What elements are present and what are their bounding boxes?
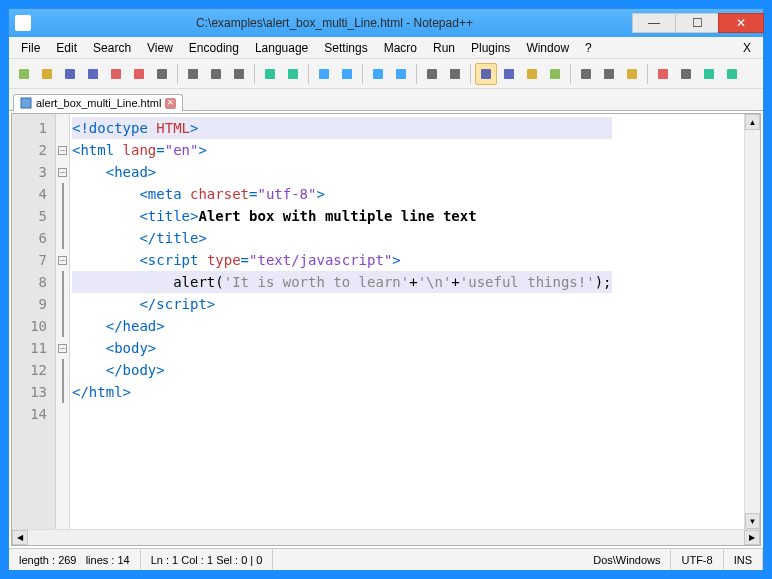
scroll-track-h[interactable] bbox=[28, 530, 744, 545]
code-line[interactable]: <html lang="en"> bbox=[72, 139, 612, 161]
code-line[interactable]: <script type="text/javascript"> bbox=[72, 249, 612, 271]
code-line[interactable]: <title>Alert box with multiple line text bbox=[72, 205, 612, 227]
svg-rect-26 bbox=[681, 69, 691, 79]
menu-window[interactable]: Window bbox=[518, 39, 577, 57]
svg-rect-16 bbox=[427, 69, 437, 79]
menu-bar: FileEditSearchViewEncodingLanguageSettin… bbox=[9, 37, 763, 59]
maximize-button[interactable]: ☐ bbox=[675, 13, 719, 33]
code-line[interactable]: alert('It is worth to learn'+'\n'+'usefu… bbox=[72, 271, 612, 293]
fold-toggle[interactable]: − bbox=[58, 146, 67, 155]
scroll-left-icon[interactable]: ◀ bbox=[12, 530, 28, 545]
app-window: C:\examples\alert_box_multi_Line.html - … bbox=[8, 8, 764, 571]
file-tab[interactable]: alert_box_multi_Line.html ✕ bbox=[13, 94, 183, 111]
status-bar: length : 269 lines : 14 Ln : 1 Col : 1 S… bbox=[9, 548, 763, 570]
wrap-icon[interactable] bbox=[475, 63, 497, 85]
tab-close-icon[interactable]: ✕ bbox=[165, 98, 176, 109]
func-list-icon[interactable] bbox=[598, 63, 620, 85]
find-icon[interactable] bbox=[313, 63, 335, 85]
sync-v-icon[interactable] bbox=[421, 63, 443, 85]
zoom-out-icon[interactable] bbox=[390, 63, 412, 85]
folder-icon[interactable] bbox=[621, 63, 643, 85]
menu-macro[interactable]: Macro bbox=[376, 39, 425, 57]
open-icon[interactable] bbox=[36, 63, 58, 85]
menu-plugins[interactable]: Plugins bbox=[463, 39, 518, 57]
new-file-icon[interactable] bbox=[13, 63, 35, 85]
svg-rect-15 bbox=[396, 69, 406, 79]
menu-file[interactable]: File bbox=[13, 39, 48, 57]
copy-icon[interactable] bbox=[205, 63, 227, 85]
code-area[interactable]: <!doctype HTML><html lang="en"> <head> <… bbox=[70, 114, 612, 529]
code-line[interactable]: </title> bbox=[72, 227, 612, 249]
print-icon[interactable] bbox=[151, 63, 173, 85]
minimize-button[interactable]: — bbox=[632, 13, 676, 33]
html-file-icon bbox=[20, 97, 32, 109]
play-multi-icon[interactable] bbox=[721, 63, 743, 85]
doc-map-icon[interactable] bbox=[575, 63, 597, 85]
scroll-track-v[interactable] bbox=[745, 130, 760, 513]
scroll-right-icon[interactable]: ▶ bbox=[744, 530, 760, 545]
code-line[interactable]: </body> bbox=[72, 359, 612, 381]
code-line[interactable]: </script> bbox=[72, 293, 612, 315]
save-icon[interactable] bbox=[59, 63, 81, 85]
menu-language[interactable]: Language bbox=[247, 39, 316, 57]
scroll-up-icon[interactable]: ▲ bbox=[745, 114, 760, 130]
lang-icon[interactable] bbox=[544, 63, 566, 85]
all-chars-icon[interactable] bbox=[498, 63, 520, 85]
code-line[interactable]: <meta charset="utf-8"> bbox=[72, 183, 612, 205]
svg-rect-25 bbox=[658, 69, 668, 79]
menu-settings[interactable]: Settings bbox=[316, 39, 375, 57]
fold-toggle[interactable]: − bbox=[58, 344, 67, 353]
menu-run[interactable]: Run bbox=[425, 39, 463, 57]
sync-h-icon[interactable] bbox=[444, 63, 466, 85]
replace-icon[interactable] bbox=[336, 63, 358, 85]
close-icon[interactable] bbox=[105, 63, 127, 85]
code-line[interactable]: <body> bbox=[72, 337, 612, 359]
fold-toggle[interactable]: − bbox=[58, 256, 67, 265]
svg-rect-12 bbox=[319, 69, 329, 79]
code-line[interactable]: <!doctype HTML> bbox=[72, 117, 612, 139]
undo-icon[interactable] bbox=[259, 63, 281, 85]
vertical-scrollbar[interactable]: ▲ ▼ bbox=[744, 114, 760, 529]
scroll-down-icon[interactable]: ▼ bbox=[745, 513, 760, 529]
menu-view[interactable]: View bbox=[139, 39, 181, 57]
close-button[interactable]: ✕ bbox=[718, 13, 764, 33]
code-line[interactable]: </html> bbox=[72, 381, 612, 403]
code-line[interactable]: <head> bbox=[72, 161, 612, 183]
svg-rect-21 bbox=[550, 69, 560, 79]
code-line[interactable]: </head> bbox=[72, 315, 612, 337]
play-icon[interactable] bbox=[698, 63, 720, 85]
stop-icon[interactable] bbox=[675, 63, 697, 85]
svg-rect-23 bbox=[604, 69, 614, 79]
fold-toggle[interactable]: − bbox=[58, 168, 67, 177]
menu-encoding[interactable]: Encoding bbox=[181, 39, 247, 57]
svg-rect-18 bbox=[481, 69, 491, 79]
paste-icon[interactable] bbox=[228, 63, 250, 85]
code-line[interactable] bbox=[72, 403, 612, 425]
svg-rect-19 bbox=[504, 69, 514, 79]
status-ins[interactable]: INS bbox=[724, 549, 763, 570]
status-eol[interactable]: Dos\Windows bbox=[583, 549, 671, 570]
svg-rect-13 bbox=[342, 69, 352, 79]
svg-rect-1 bbox=[42, 69, 52, 79]
zoom-in-icon[interactable] bbox=[367, 63, 389, 85]
svg-rect-7 bbox=[188, 69, 198, 79]
menu-help[interactable]: ? bbox=[577, 39, 600, 57]
svg-rect-3 bbox=[88, 69, 98, 79]
menu-close-x[interactable]: X bbox=[735, 39, 759, 57]
code-editor[interactable]: 1234567891011121314 −−−− <!doctype HTML>… bbox=[12, 114, 744, 529]
horizontal-scrollbar[interactable]: ◀ ▶ bbox=[12, 529, 760, 545]
svg-rect-27 bbox=[704, 69, 714, 79]
redo-icon[interactable] bbox=[282, 63, 304, 85]
close-all-icon[interactable] bbox=[128, 63, 150, 85]
svg-rect-24 bbox=[627, 69, 637, 79]
indent-guide-icon[interactable] bbox=[521, 63, 543, 85]
record-icon[interactable] bbox=[652, 63, 674, 85]
svg-rect-29 bbox=[21, 98, 31, 108]
toolbar bbox=[9, 59, 763, 89]
save-all-icon[interactable] bbox=[82, 63, 104, 85]
menu-search[interactable]: Search bbox=[85, 39, 139, 57]
cut-icon[interactable] bbox=[182, 63, 204, 85]
status-encoding[interactable]: UTF-8 bbox=[671, 549, 723, 570]
tab-bar: alert_box_multi_Line.html ✕ bbox=[9, 89, 763, 111]
menu-edit[interactable]: Edit bbox=[48, 39, 85, 57]
